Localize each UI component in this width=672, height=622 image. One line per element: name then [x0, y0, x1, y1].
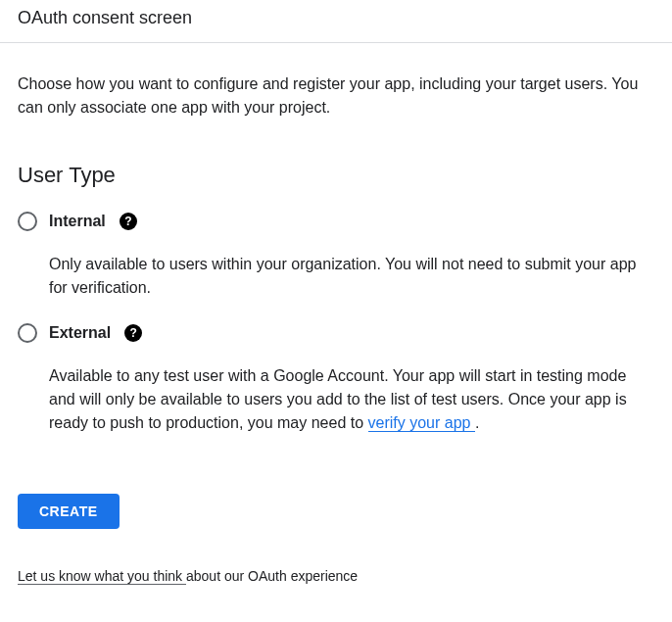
radio-option-external: External ? Available to any test user wi… — [18, 323, 654, 435]
radio-option-internal: Internal ? Only available to users withi… — [18, 212, 654, 300]
feedback-suffix: about our OAuth experience — [186, 568, 358, 584]
feedback-link[interactable]: Let us know what you think — [18, 568, 186, 585]
radio-label-external: External — [49, 324, 111, 342]
page-title: OAuth consent screen — [18, 8, 654, 28]
help-icon[interactable]: ? — [120, 213, 137, 230]
help-icon[interactable]: ? — [124, 324, 142, 342]
radio-description-external: Available to any test user with a Google… — [49, 364, 647, 435]
radio-description-internal: Only available to users within your orga… — [49, 253, 647, 300]
verify-your-app-link[interactable]: verify your app — [368, 414, 475, 432]
page-header: OAuth consent screen — [0, 0, 672, 43]
radio-row-internal: Internal ? — [18, 212, 654, 231]
radio-external[interactable] — [18, 323, 37, 343]
external-desc-after: . — [475, 414, 479, 431]
radio-internal[interactable] — [18, 212, 37, 231]
radio-row-external: External ? — [18, 323, 654, 343]
content-area: Choose how you want to configure and reg… — [0, 43, 672, 601]
feedback-line: Let us know what you think about our OAu… — [18, 568, 654, 584]
user-type-heading: User Type — [18, 163, 654, 188]
create-button[interactable]: CREATE — [18, 494, 120, 529]
intro-text: Choose how you want to configure and reg… — [18, 72, 645, 120]
radio-label-internal: Internal — [49, 213, 106, 230]
external-desc-before: Available to any test user with a Google… — [49, 367, 627, 431]
